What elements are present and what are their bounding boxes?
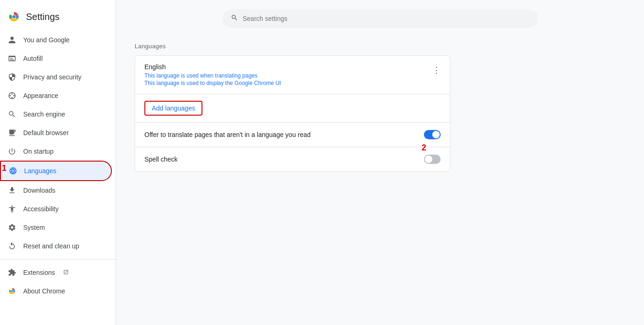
sidebar-item-extensions[interactable]: Extensions	[0, 263, 112, 282]
add-languages-row: Add languages	[135, 94, 450, 123]
spellcheck-toggle-label: Spell check	[144, 156, 178, 163]
sidebar: Settings You and Google Autofill Privacy…	[0, 0, 116, 325]
search-input[interactable]	[243, 15, 530, 22]
svg-point-4	[12, 93, 13, 94]
search-icon	[231, 14, 238, 23]
sidebar-item-appearance[interactable]: Appearance	[0, 86, 112, 105]
sidebar-item-autofill[interactable]: Autofill	[0, 49, 112, 68]
autofill-icon	[7, 54, 17, 63]
accessibility-icon	[7, 204, 17, 214]
annotation-2: 2	[422, 143, 426, 153]
svg-point-3	[9, 95, 11, 97]
system-icon	[7, 223, 17, 232]
add-languages-button[interactable]: Add languages	[144, 101, 202, 116]
sidebar-item-label: On startup	[23, 148, 53, 155]
spellcheck-toggle-row: Spell check	[135, 147, 450, 171]
sidebar-nav: You and Google Autofill Privacy and secu…	[0, 31, 116, 300]
startup-icon	[7, 147, 17, 156]
language-sub2: This language is used to display the Goo…	[144, 80, 281, 86]
sidebar-item-label: Extensions	[23, 269, 55, 276]
search-bar	[222, 9, 538, 28]
sidebar-item-label: Accessibility	[23, 205, 59, 213]
languages-icon	[8, 166, 18, 176]
sidebar-item-privacy-security[interactable]: Privacy and security	[0, 68, 112, 86]
sidebar-item-accessibility[interactable]: Accessibility	[0, 200, 112, 218]
sidebar-item-label: Search engine	[23, 110, 65, 118]
sidebar-item-label: System	[23, 224, 45, 231]
sidebar-item-label: You and Google	[23, 36, 70, 44]
sidebar-item-reset-cleanup[interactable]: Reset and clean up	[0, 237, 112, 255]
toggle-knob	[432, 131, 440, 138]
translate-toggle-label: Offer to translate pages that aren't in …	[144, 131, 311, 138]
default-browser-icon	[7, 128, 17, 137]
sidebar-item-system[interactable]: System	[0, 218, 112, 237]
extensions-icon	[7, 268, 17, 277]
translate-toggle-row: Offer to translate pages that aren't in …	[135, 123, 450, 147]
sidebar-header: Settings	[0, 5, 116, 31]
shield-icon	[7, 72, 17, 82]
languages-section-label: Languages	[135, 43, 625, 50]
spellcheck-toggle[interactable]	[424, 155, 441, 164]
person-icon	[7, 35, 17, 45]
english-language-entry: English This language is used when trans…	[135, 56, 450, 94]
sidebar-item-label: Autofill	[23, 55, 43, 62]
sidebar-item-you-and-google[interactable]: You and Google	[0, 31, 112, 49]
reset-icon	[7, 241, 17, 251]
search-icon	[7, 110, 17, 119]
annotation-1: 1	[2, 163, 7, 173]
svg-point-8	[11, 290, 13, 292]
sidebar-item-languages[interactable]: Languages	[0, 161, 112, 181]
main-content: Languages 2 English This language is use…	[116, 0, 644, 325]
language-sub1: This language is used when translating p…	[144, 72, 281, 79]
sidebar-item-on-startup[interactable]: On startup	[0, 142, 112, 161]
sidebar-item-about-chrome[interactable]: About Chrome	[0, 282, 112, 300]
about-chrome-icon	[7, 286, 17, 296]
toggle-knob	[425, 156, 432, 163]
sidebar-divider	[0, 259, 116, 260]
languages-card: English This language is used when trans…	[135, 55, 450, 172]
external-link-icon	[63, 269, 69, 276]
translate-toggle[interactable]	[424, 130, 441, 139]
sidebar-item-label: Downloads	[23, 187, 55, 194]
language-entry-text: English This language is used when trans…	[144, 63, 281, 86]
sidebar-item-default-browser[interactable]: Default browser	[0, 124, 112, 142]
sidebar-item-label: Reset and clean up	[23, 242, 79, 250]
appearance-icon	[7, 91, 17, 100]
sidebar-item-label: About Chrome	[23, 287, 65, 295]
sidebar-item-label: Privacy and security	[23, 73, 81, 81]
more-options-icon[interactable]: ⋮	[432, 65, 441, 75]
sidebar-item-label: Default browser	[23, 129, 69, 136]
sidebar-item-search-engine[interactable]: Search engine	[0, 105, 112, 124]
sidebar-item-label: Appearance	[23, 92, 59, 99]
svg-point-6	[12, 97, 13, 98]
chrome-logo-icon	[7, 10, 20, 23]
sidebar-item-downloads[interactable]: Downloads	[0, 181, 112, 200]
search-bar-wrapper	[135, 9, 625, 28]
downloads-icon	[7, 186, 17, 195]
svg-point-2	[13, 15, 16, 19]
settings-title: Settings	[26, 12, 59, 22]
language-name: English	[144, 63, 281, 71]
svg-point-5	[13, 95, 15, 97]
sidebar-item-label: Languages	[24, 167, 56, 175]
